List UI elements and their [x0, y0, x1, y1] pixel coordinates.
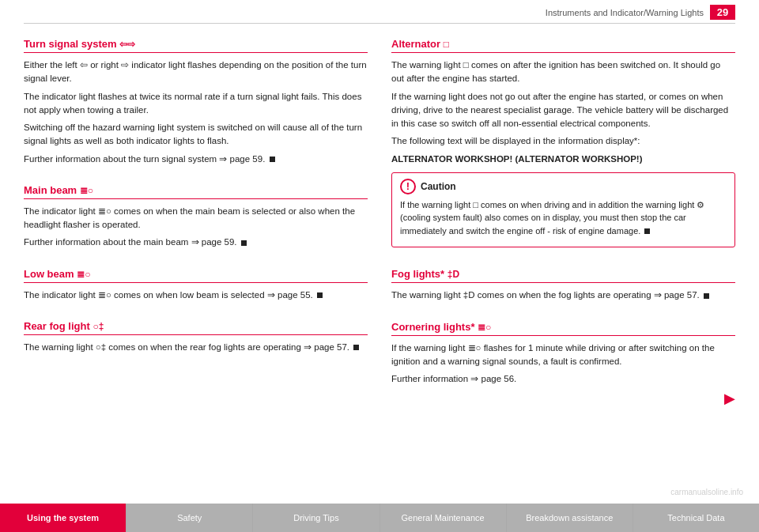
left-column: Turn signal system ⇦⇨ Either the left ⇦ …: [24, 38, 368, 489]
alternator-p2: If the warning light does not go out aft…: [391, 90, 735, 131]
low-beam-title: Low beam ≣○: [24, 268, 368, 283]
section-cornering-lights: Cornering lights* ≣○ If the warning ligh…: [391, 321, 735, 408]
nav-item-safety[interactable]: Safety: [126, 504, 253, 532]
end-square: [644, 228, 650, 234]
caution-title: ! Caution: [400, 179, 727, 194]
fog-lights-icon: ‡D: [447, 269, 459, 280]
right-column: Alternator □ The warning light □ comes o…: [391, 38, 735, 489]
header-title: Instruments and Indicator/Warning Lights: [24, 8, 710, 17]
rear-fog-p1: The warning light ○‡ comes on when the r…: [24, 341, 368, 354]
nav-label-technical-data: Technical Data: [667, 513, 724, 523]
fog-lights-p1: The warning light ‡D comes on when the f…: [391, 289, 735, 302]
turn-signal-icon: ⇦⇨: [119, 39, 135, 50]
bottom-nav: Using the system Safety Driving Tips Gen…: [0, 504, 759, 532]
cornering-lights-icon: ≣○: [478, 322, 491, 333]
turn-signal-p1: Either the left ⇦ or right ⇨ indicator l…: [24, 58, 368, 86]
nav-label-driving-tips: Driving Tips: [293, 513, 338, 523]
page-header: Instruments and Indicator/Warning Lights…: [24, 0, 735, 24]
arrow-right: ▶: [391, 390, 735, 407]
section-main-beam: Main beam ≣○ The indicator light ≣○ come…: [24, 184, 368, 254]
end-square: [270, 157, 275, 162]
caution-label: Caution: [421, 181, 456, 192]
end-square: [704, 293, 709, 299]
cornering-lights-p1: If the warning light ≣○ flashes for 1 mi…: [391, 341, 735, 369]
nav-label-general-maintenance: General Maintenance: [402, 513, 485, 523]
cornering-lights-p2: Further information ⇒ page 56.: [391, 372, 735, 386]
alternator-icon: □: [444, 39, 449, 50]
alternator-highlight: ALTERNATOR WORKSHOP! (ALTERNATOR WORKSHO…: [391, 153, 735, 166]
end-square: [317, 292, 323, 298]
section-low-beam: Low beam ≣○ The indicator light ≣○ comes…: [24, 268, 368, 306]
caution-box: ! Caution If the warning light □ comes o…: [391, 172, 735, 248]
caution-icon: !: [400, 179, 416, 194]
nav-item-breakdown-assistance[interactable]: Breakdown assistance: [507, 504, 633, 532]
nav-label-safety: Safety: [177, 513, 202, 523]
nav-label-breakdown-assistance: Breakdown assistance: [526, 513, 613, 523]
section-alternator: Alternator □ The warning light □ comes o…: [391, 38, 735, 254]
section-fog-lights: Fog lights* ‡D The warning light ‡D come…: [391, 268, 735, 306]
section-turn-signal: Turn signal system ⇦⇨ Either the left ⇦ …: [24, 38, 368, 170]
cornering-lights-title: Cornering lights* ≣○: [391, 321, 735, 336]
nav-item-general-maintenance[interactable]: General Maintenance: [380, 504, 507, 532]
rear-fog-icon: ○‡: [93, 321, 104, 332]
alternator-title: Alternator □: [391, 38, 735, 53]
main-content: Turn signal system ⇦⇨ Either the left ⇦ …: [0, 24, 759, 497]
fog-lights-title: Fog lights* ‡D: [391, 268, 735, 283]
end-square: [241, 240, 247, 246]
page-number: 29: [710, 5, 735, 20]
turn-signal-title: Turn signal system ⇦⇨: [24, 38, 368, 53]
main-beam-icon: ≣○: [80, 185, 93, 196]
main-beam-p1: The indicator light ≣○ comes on when the…: [24, 205, 368, 232]
nav-item-using-system[interactable]: Using the system: [0, 504, 126, 532]
rear-fog-title: Rear fog light ○‡: [24, 320, 368, 335]
end-square: [353, 345, 359, 350]
turn-signal-p4: Further information about the turn signa…: [24, 153, 368, 166]
section-rear-fog: Rear fog light ○‡ The warning light ○‡ c…: [24, 320, 368, 358]
nav-item-technical-data[interactable]: Technical Data: [633, 504, 759, 532]
nav-label-using-system: Using the system: [27, 513, 99, 523]
caution-text: If the warning light □ comes on when dri…: [400, 198, 727, 238]
nav-item-driving-tips[interactable]: Driving Tips: [253, 504, 380, 532]
low-beam-icon: ≣○: [77, 269, 90, 280]
turn-signal-p3: Switching off the hazard warning light s…: [24, 121, 368, 149]
alternator-p1: The warning light □ comes on after the i…: [391, 58, 735, 86]
low-beam-p1: The indicator light ≣○ comes on when low…: [24, 289, 368, 302]
alternator-p3: The following text will be displayed in …: [391, 134, 735, 148]
main-beam-title: Main beam ≣○: [24, 184, 368, 199]
main-beam-p2: Further information about the main beam …: [24, 236, 368, 249]
turn-signal-p2: The indicator light flashes at twice its…: [24, 90, 368, 118]
